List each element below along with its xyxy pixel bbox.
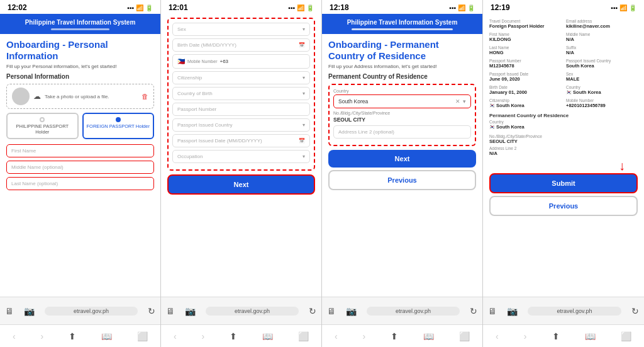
philippine-passport-btn[interactable]: PHILIPPINE PASSPORT Holder <box>6 113 79 139</box>
back-btn-3[interactable]: ‹ <box>335 331 338 341</box>
avatar-upload-area[interactable]: ☁ Take a photo or upload a file. 🗑 <box>6 84 154 109</box>
address2-field-3[interactable]: Address Line 2 (optional) <box>333 125 471 139</box>
share-btn-4[interactable]: ⬆ <box>552 331 560 341</box>
upload-label: Take a photo or upload a file. <box>45 94 109 100</box>
battery-icon: 🔋 <box>145 4 153 11</box>
foreign-passport-btn[interactable]: FOREIGN PASSPORT Holder <box>82 113 155 139</box>
citizenship-label-4: Citizenship <box>489 98 561 103</box>
next-label-3: Next <box>395 155 410 162</box>
citizenship-field[interactable]: Citizenship ▾ <box>172 71 310 84</box>
passport-number-label: Passport Number <box>177 106 216 112</box>
share-btn-3[interactable]: ⬆ <box>391 331 398 341</box>
share-btn-1[interactable]: ⬆ <box>69 331 76 341</box>
forward-btn-2[interactable]: › <box>202 331 205 341</box>
bookmarks-btn-1[interactable]: 📖 <box>101 331 112 341</box>
content-2: Sex ▾ Birth Date (MM/DD/YYYY) 📅 🇵🇭 Mobil… <box>161 14 321 297</box>
url-bar-4[interactable]: etravel.gov.ph <box>528 307 621 316</box>
passport-number-field[interactable]: Passport Number <box>172 103 310 116</box>
tabs-btn-4[interactable]: ⬜ <box>621 331 631 341</box>
back-btn-4[interactable]: ‹ <box>496 331 499 341</box>
bookmarks-btn-4[interactable]: 📖 <box>585 331 596 341</box>
header-title-3: Philippine Travel Information System <box>347 19 458 26</box>
country-value-3: South Korea <box>338 98 368 105</box>
sex-label: Sex <box>177 26 186 32</box>
address2-label-3: Address Line 2 (optional) <box>338 129 394 135</box>
share-btn-2[interactable]: ⬆ <box>230 331 237 341</box>
country-birth-field[interactable]: Country of Birth ▾ <box>172 87 310 100</box>
sex-field[interactable]: Sex ▾ <box>172 23 310 36</box>
url-text-3: etravel.gov.ph <box>396 308 431 314</box>
last-name-value-4: HONG <box>489 50 561 55</box>
address-label-3: No./Bldg./City/State/Province <box>333 111 471 115</box>
email-value: kikiline@naver.com <box>566 23 638 29</box>
passport-type-row: PHILIPPINE PASSPORT Holder FOREIGN PASSP… <box>6 113 154 139</box>
philippine-passport-label: PHILIPPINE PASSPORT Holder <box>16 123 69 135</box>
back-btn-1[interactable]: ‹ <box>13 331 16 341</box>
time-4: 12:19 <box>491 3 510 12</box>
address-group: No./Bldg./City/State/Province SEOUL CITY <box>333 111 471 123</box>
sex-group-4: Sex MALE <box>566 72 638 84</box>
submit-button[interactable]: Submit <box>489 173 638 193</box>
arrow-area: ↓ <box>489 159 638 173</box>
bookmarks-btn-2[interactable]: 📖 <box>262 331 273 341</box>
passport-country-label-4: Passport Issued Country <box>566 59 638 63</box>
last-name-input[interactable]: Last Name (optional) <box>6 177 154 190</box>
birth-date-label: Birth Date (MM/DD/YYYY) <box>177 42 236 48</box>
refresh-icon[interactable]: ↻ <box>148 306 155 316</box>
refresh-icon-3[interactable]: ↻ <box>470 306 477 316</box>
url-bar-2[interactable]: etravel.gov.ph <box>206 307 299 316</box>
time-3: 12:18 <box>330 3 349 12</box>
forward-btn-4[interactable]: › <box>524 331 527 341</box>
issued-date-value-4: June 09, 2020 <box>489 76 561 82</box>
country-field-3[interactable]: South Korea ✕ ▾ <box>333 94 471 108</box>
section-label-1: Personal Information <box>6 73 154 80</box>
progress-bar-3 <box>352 28 453 30</box>
form-fields-box: Sex ▾ Birth Date (MM/DD/YYYY) 📅 🇵🇭 Mobil… <box>167 18 315 171</box>
citizenship-value-4: 🇰🇷 South Korea <box>489 103 561 108</box>
tabs-btn-2[interactable]: ⬜ <box>298 331 309 341</box>
signal-icon-2: ▪▪▪ <box>288 4 295 11</box>
monitor-icon-3: 🖥 <box>327 306 336 316</box>
previous-button-3[interactable]: Previous <box>328 170 476 190</box>
bookmarks-btn-3[interactable]: 📖 <box>423 331 434 341</box>
middle-name-input[interactable]: Middle Name (optional) <box>6 161 154 174</box>
previous-button-4[interactable]: Previous <box>489 196 638 216</box>
status-icons-3: ▪▪▪ 📶 🔋 <box>449 4 475 11</box>
status-icons-4: ▪▪▪ 📶 🔋 <box>611 4 636 11</box>
passport-issued-date-field[interactable]: Passport Issued Date (MM/DD/YYYY) 📅 <box>172 134 310 147</box>
tabs-btn-1[interactable]: ⬜ <box>137 331 148 341</box>
last-name-label-4: Last Name <box>489 45 561 50</box>
clear-icon[interactable]: ✕ <box>455 98 460 105</box>
mobile-field[interactable]: 🇵🇭 Mobile Number +63 <box>172 54 310 69</box>
status-icons-2: ▪▪▪ 📶 🔋 <box>288 4 314 11</box>
trash-icon[interactable]: 🗑 <box>142 93 148 100</box>
suffix-value-4: N/A <box>566 50 638 55</box>
mobile-value-4: +82010123456789 <box>566 103 638 108</box>
middle-name-label-4: Middle Name <box>566 32 638 37</box>
birth-date-field[interactable]: Birth Date (MM/DD/YYYY) 📅 <box>172 38 310 52</box>
mobile-label-4: Mobile Number <box>566 98 638 103</box>
url-bar-1[interactable]: etravel.gov.ph <box>45 307 138 316</box>
first-name-input[interactable]: First Name <box>6 144 154 157</box>
first-name-value-4: KILDONG <box>489 37 561 42</box>
header-title-1: Philippine Travel Information System <box>25 19 136 26</box>
last-name-placeholder: Last Name (optional) <box>11 181 58 186</box>
chevron-down-pic: ▾ <box>303 122 305 128</box>
next-button-3[interactable]: Next <box>328 150 476 168</box>
forward-btn-3[interactable]: › <box>363 331 366 341</box>
occupation-field[interactable]: Occupation ▾ <box>172 150 310 163</box>
status-bar-1: 12:02 ▪▪▪ 📶 🔋 <box>0 0 160 14</box>
passport-group-4: Passport Number M12345678 <box>489 59 561 71</box>
url-bar-3[interactable]: etravel.gov.ph <box>367 307 460 316</box>
refresh-icon-4[interactable]: ↻ <box>631 306 639 316</box>
info-grid-top: Travel Document Foreign Passport Holder … <box>489 19 638 110</box>
section-label-3: Permanent Country of Residence <box>328 73 476 80</box>
time-2: 12:01 <box>169 3 188 12</box>
refresh-icon-2[interactable]: ↻ <box>309 306 316 316</box>
next-button-2[interactable]: Next <box>167 174 315 195</box>
country-group-4: Country 🇰🇷 South Korea <box>566 85 638 97</box>
back-btn-2[interactable]: ‹ <box>174 331 177 341</box>
tabs-btn-3[interactable]: ⬜ <box>459 331 470 341</box>
forward-btn-1[interactable]: › <box>41 331 44 341</box>
passport-issued-country-field[interactable]: Passport Issued Country ▾ <box>172 118 310 132</box>
